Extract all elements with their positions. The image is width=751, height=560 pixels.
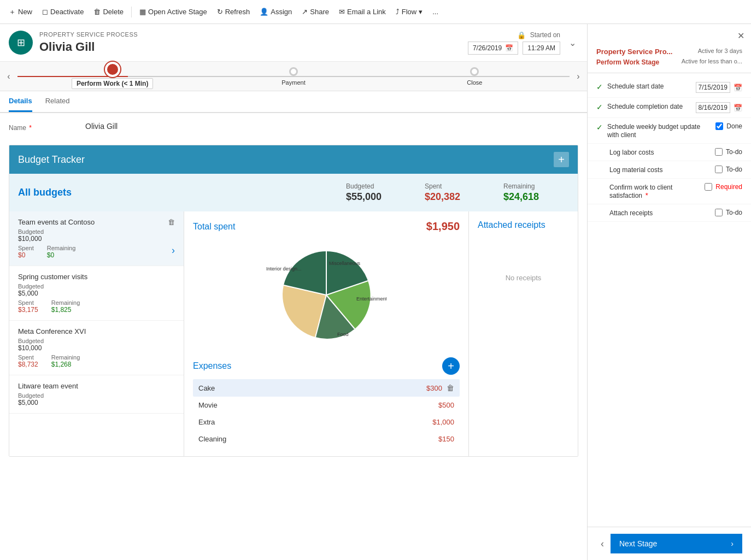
stage-item-2[interactable]: Close [384,67,565,86]
spent-stat: Spent $20,382 [425,182,490,203]
checklist-checkbox-6[interactable] [715,209,723,216]
budget-detail-area: Total spent $1,950 [184,211,468,456]
checklist-label-6: Attach receipts [609,209,653,217]
flow-icon: ⤴ [396,8,400,16]
budget-list-item-0[interactable]: Team events at Contoso 🗑 Budgeted $10,00… [9,211,184,266]
new-button[interactable]: ＋ New [4,4,37,20]
stage-item-1[interactable]: Payment [203,67,384,86]
checklist-row-0: ✓ Schedule start date 7/15/2019 📅 [588,78,751,98]
time-field[interactable]: 11:29 AM [523,42,560,55]
budget-item-name-1: Spring customer visits [18,273,87,281]
stage-item-0[interactable]: Perform Work (< 1 Min) [22,64,203,89]
next-stage-area: ‹ Next Stage › [588,527,751,560]
total-spent-label: Total spent [193,222,235,232]
tabs: Details Related [0,91,587,113]
expense-row-1[interactable]: Movie $500 [193,397,460,414]
budget-list: Team events at Contoso 🗑 Budgeted $10,00… [9,211,184,456]
tab-details[interactable]: Details [9,91,32,112]
budget-list-item-3[interactable]: Litware team event Budgeted $5,000 [9,375,184,414]
remaining-stat: Remaining $24,618 [503,182,569,203]
budget-list-item-2[interactable]: Meta Conference XVI Budgeted $10,000 Spe… [9,321,184,375]
record-meta: PROPERTY SERVICE PROCESS [39,31,461,38]
checklist-row-2: ✓ Schedule weekly budget update with cli… [588,118,751,144]
prev-stage-button[interactable]: ‹ [596,536,608,552]
expense-amount-2: $1,000 [432,418,454,426]
record-info: PROPERTY SERVICE PROCESS Olivia Gill [39,31,461,54]
more-button[interactable]: ... [428,4,443,19]
email-link-button[interactable]: ✉ Email a Link [335,4,390,19]
name-input[interactable] [85,122,578,131]
budget-item-spent-2: $8,732 [18,361,38,368]
remaining-label: Remaining [503,182,535,190]
checklist-checkbox-5[interactable] [705,183,712,191]
record-name: Olivia Gill [39,40,461,54]
collapse-header-button[interactable]: ⌄ [567,36,578,50]
refresh-button[interactable]: ↻ Refresh [213,4,255,19]
checklist-row-1: ✓ Schedule completion date 8/16/2019 📅 [588,98,751,118]
expense-row-0[interactable]: Cake $300 🗑 [193,379,460,397]
budget-detail: Total spent $1,950 [184,211,468,456]
assign-button[interactable]: 👤 Assign [255,4,296,19]
checklist-date-0[interactable]: 7/15/2019 [696,82,730,93]
tab-related[interactable]: Related [45,91,70,112]
budget-body: Team events at Contoso 🗑 Budgeted $10,00… [9,211,578,456]
expenses-list: Cake $300 🗑 Movie $500 [193,379,460,447]
checklist-checkbox-2[interactable] [715,122,723,130]
right-panel: ✕ Property Service Pro... Active for 3 d… [587,24,751,560]
expenses-header: Expenses + [193,357,460,375]
stage-circle-0 [107,64,118,75]
close-panel-button[interactable]: ✕ [735,28,747,43]
expense-name-0: Cake [198,384,215,392]
checklist-row-5: Confirm work to client satisfaction * Re… [588,179,751,204]
budgeted-value: $55,000 [346,191,382,203]
checklist-checkbox-4[interactable] [715,166,723,173]
record-icon: ⊞ [9,31,33,55]
next-stage-chevron-icon: › [731,539,734,548]
receipts-section: Attached receipts No receipts [468,211,578,456]
expense-name-3: Cleaning [198,435,226,443]
started-label: Started on [530,31,560,39]
flow-button[interactable]: ⤴ Flow ▾ [391,4,427,19]
budget-item-expand-0[interactable]: › [172,245,175,259]
expense-name-1: Movie [198,401,218,409]
stages-container: Perform Work (< 1 Min) Payment Close [17,62,570,91]
budget-item-remaining-2: $1,268 [51,361,80,368]
checklist-check-2: ✓ [596,123,603,132]
stage-next-button[interactable]: › [570,62,587,91]
checklist-label-4: Log material costs [609,166,662,174]
share-button[interactable]: ↗ Share [297,4,333,19]
checklist-date-1[interactable]: 8/16/2019 [696,102,730,113]
panel-record-status: Active for 3 days [698,48,742,54]
checklist-checkbox-3[interactable] [715,148,723,156]
expense-delete-0[interactable]: 🗑 [447,384,454,392]
expense-amount-3: $150 [438,435,454,443]
budgeted-label: Budgeted [346,182,374,190]
pie-label-entertainment: Entertainment [356,296,386,302]
checklist-status-6: To-do [726,209,742,216]
total-spent-value: $1,950 [426,220,460,233]
delete-button[interactable]: 🗑 Delete [89,4,128,19]
budget-list-item-1[interactable]: Spring customer visits Budgeted $5,000 S… [9,266,184,321]
budget-header: Budget Tracker + [9,145,578,174]
delete-icon: 🗑 [93,8,101,16]
deactivate-button[interactable]: ◻ Deactivate [38,4,88,19]
stage-label-0: Perform Work (< 1 Min) [72,78,153,89]
date-field[interactable]: 7/26/2019 📅 [468,42,518,55]
stage-prev-button[interactable]: ‹ [0,62,17,91]
budget-item-spent-1: $3,175 [18,306,38,314]
expense-row-2[interactable]: Extra $1,000 [193,414,460,431]
panel-checklist: ✓ Schedule start date 7/15/2019 📅 ✓ Sche… [588,73,751,527]
budget-item-delete-0[interactable]: 🗑 [168,218,175,226]
spent-value: $20,382 [425,191,460,203]
expense-row-3[interactable]: Cleaning $150 [193,431,460,447]
name-field-row: Name * [9,122,578,136]
stage-icon: ▦ [139,8,146,16]
add-expense-button[interactable]: + [442,357,460,375]
pie-label-misc: Miscellaneous [329,261,361,266]
next-stage-button[interactable]: Next Stage › [611,534,742,553]
open-active-stage-button[interactable]: ▦ Open Active Stage [135,4,212,19]
budget-tracker: Budget Tracker + All budgets Budgeted $5… [9,145,578,457]
checklist-label-2: Schedule weekly budget update with clien… [607,123,700,139]
flow-chevron-icon: ▾ [419,8,423,16]
budget-add-button[interactable]: + [554,152,569,167]
